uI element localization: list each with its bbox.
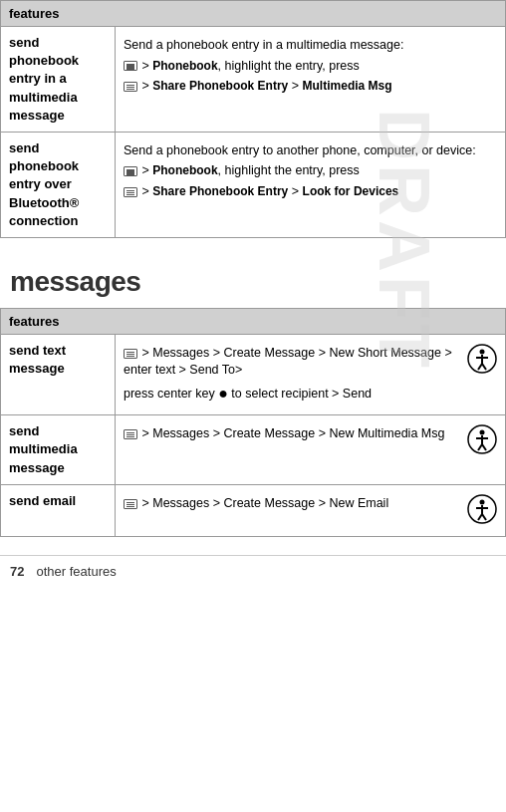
footer-label: other features: [36, 564, 116, 579]
feature-label: send multimedia message: [1, 415, 116, 485]
email-line: > Messages > Create Message > New Email: [124, 495, 461, 513]
page-number: 72: [10, 564, 24, 579]
feature-description: > Messages > Create Message > New Short …: [116, 334, 506, 414]
page-wrapper: DRAFT features send phonebook entry in a…: [0, 0, 506, 627]
accessibility-icon-2: [467, 424, 497, 454]
menu-icon-4: [124, 187, 137, 197]
description-intro: Send a phonebook entry in a multimedia m…: [124, 37, 497, 55]
accessibility-icon-container-3: [467, 494, 497, 529]
text-msg-line1: > Messages > Create Message > New Short …: [124, 345, 461, 380]
menu-icon-6: [124, 429, 137, 439]
text-msg-instructions: > Messages > Create Message > New Short …: [124, 342, 461, 407]
step2-text: > Share Phonebook Entry > Multimedia Msg: [141, 79, 391, 93]
text-line1: > Messages > Create Message > New Short …: [124, 346, 452, 378]
svg-line-17: [482, 514, 486, 520]
messages-table: features send text message > Messages > …: [0, 308, 506, 537]
phonebook-table: features send phonebook entry in a multi…: [0, 0, 506, 238]
messages-heading: messages: [0, 256, 506, 308]
mms-text: > Messages > Create Message > New Multim…: [141, 426, 444, 440]
step1: > Phonebook, highlight the entry, press: [124, 162, 497, 180]
description-intro: Send a phonebook entry to another phone,…: [124, 142, 497, 160]
menu-icon: [124, 61, 137, 71]
menu-icon-2: [124, 82, 137, 92]
feature-label: send phonebook entry over Bluetooth® con…: [1, 132, 116, 237]
svg-line-5: [482, 364, 486, 370]
step2: > Share Phonebook Entry > Multimedia Msg: [124, 78, 497, 96]
menu-icon-3: [124, 166, 137, 176]
accessibility-icon-container: [467, 344, 497, 379]
mms-instructions: > Messages > Create Message > New Multim…: [124, 422, 461, 446]
center-dot: ●: [218, 385, 228, 402]
menu-icon-5: [124, 349, 137, 359]
mms-line: > Messages > Create Message > New Multim…: [124, 425, 461, 443]
table-row: send text message > Messages > Create Me…: [1, 334, 506, 414]
table-row: send multimedia message > Messages > Cre…: [1, 415, 506, 485]
step2: > Share Phonebook Entry > Look for Devic…: [124, 183, 497, 201]
svg-point-1: [480, 349, 485, 354]
feature-label: send email: [1, 484, 116, 536]
email-text: > Messages > Create Message > New Email: [141, 496, 388, 510]
email-instructions: > Messages > Create Message > New Email: [124, 492, 461, 516]
accessibility-icon-3: [467, 494, 497, 524]
feature-label: send text message: [1, 334, 116, 414]
step1-text: > Phonebook, highlight the entry, press: [141, 59, 359, 73]
feature-description: > Messages > Create Message > New Multim…: [116, 415, 506, 485]
feature-description: Send a phonebook entry in a multimedia m…: [116, 27, 506, 133]
step1: > Phonebook, highlight the entry, press: [124, 58, 497, 76]
step2-text: > Share Phonebook Entry > Look for Devic…: [141, 184, 398, 198]
feature-label: send phonebook entry in a multimedia mes…: [1, 27, 116, 133]
svg-point-7: [480, 430, 485, 435]
footer: 72 other features: [0, 555, 506, 587]
feature-description: > Messages > Create Message > New Email: [116, 484, 506, 536]
messages-table-header: features: [1, 308, 506, 334]
text-msg-line2: press center key ● to select recipient >…: [124, 383, 461, 405]
step1-text: > Phonebook, highlight the entry, press: [141, 163, 359, 177]
accessibility-icon-container-2: [467, 424, 497, 459]
svg-point-13: [480, 499, 485, 504]
phonebook-table-header: features: [1, 1, 506, 27]
table-row: send email > Messages > Create Message >…: [1, 484, 506, 536]
feature-description: Send a phonebook entry to another phone,…: [116, 132, 506, 237]
table-row: send phonebook entry in a multimedia mes…: [1, 27, 506, 133]
svg-line-11: [482, 444, 486, 450]
menu-icon-7: [124, 499, 137, 509]
accessibility-icon: [467, 344, 497, 374]
table-row: send phonebook entry over Bluetooth® con…: [1, 132, 506, 237]
